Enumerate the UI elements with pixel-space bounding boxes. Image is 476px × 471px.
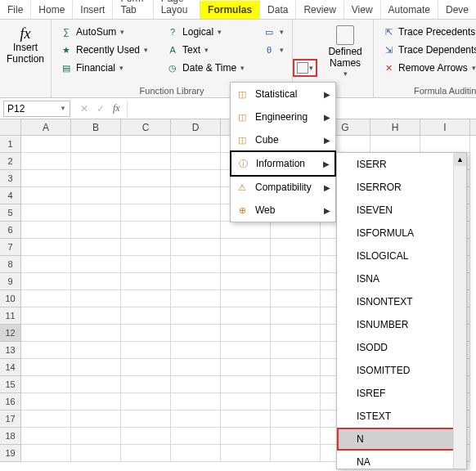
cell[interactable] <box>71 187 121 204</box>
cell[interactable] <box>271 410 321 428</box>
cell[interactable] <box>171 136 221 153</box>
recently-used-button[interactable]: ★Recently Used▾ <box>56 42 151 58</box>
trace-dependents-button[interactable]: ⇲Trace Dependents <box>379 42 476 58</box>
cell[interactable] <box>370 136 420 153</box>
cell[interactable] <box>221 325 271 342</box>
cell[interactable] <box>271 307 321 325</box>
function-item[interactable]: ISREF <box>337 382 466 405</box>
cell[interactable] <box>121 325 171 342</box>
cell[interactable] <box>271 325 321 342</box>
column-header[interactable]: I <box>420 119 470 135</box>
tab-data[interactable]: Data <box>260 1 296 19</box>
cell[interactable] <box>71 170 121 187</box>
scrollbar[interactable]: ▲ <box>453 153 466 469</box>
cell[interactable] <box>71 222 121 239</box>
cell[interactable] <box>271 376 321 393</box>
cell[interactable] <box>171 290 221 307</box>
row-header[interactable]: 8 <box>0 256 21 273</box>
cell[interactable] <box>171 307 221 325</box>
function-item[interactable]: ISLOGICAL <box>337 244 466 267</box>
cell[interactable] <box>171 170 221 187</box>
text-button[interactable]: AText▾ <box>163 42 248 58</box>
cell[interactable] <box>71 445 121 462</box>
cell[interactable] <box>71 428 121 445</box>
function-item[interactable]: ISNONTEXT <box>337 290 466 313</box>
cell[interactable] <box>171 239 221 256</box>
cell[interactable] <box>121 376 171 393</box>
function-item[interactable]: ISTEXT <box>337 405 466 428</box>
cell[interactable] <box>121 393 171 410</box>
cell[interactable] <box>121 222 171 239</box>
cell[interactable] <box>21 410 71 428</box>
menu-engineering[interactable]: ◫Engineering▶ <box>231 105 335 128</box>
function-item[interactable]: ISERROR <box>337 176 466 199</box>
cell[interactable] <box>221 256 271 273</box>
cell[interactable] <box>221 239 271 256</box>
function-item[interactable]: ISNA <box>337 267 466 290</box>
cell[interactable] <box>121 428 171 445</box>
cell[interactable] <box>121 136 171 153</box>
cell[interactable] <box>71 153 121 170</box>
row-header[interactable]: 14 <box>0 359 21 376</box>
cell[interactable] <box>221 359 271 376</box>
cell[interactable] <box>21 273 71 290</box>
name-box[interactable]: P12 ▼ <box>3 101 70 117</box>
cell[interactable] <box>71 342 121 359</box>
cell[interactable] <box>21 239 71 256</box>
column-header[interactable]: H <box>370 119 420 135</box>
cell[interactable] <box>21 170 71 187</box>
cell[interactable] <box>71 307 121 325</box>
cell[interactable] <box>121 153 171 170</box>
cell[interactable] <box>221 445 271 462</box>
cell[interactable] <box>221 410 271 428</box>
datetime-button[interactable]: ◷Date & Time▾ <box>163 60 248 76</box>
cell[interactable] <box>71 410 121 428</box>
cell[interactable] <box>121 239 171 256</box>
column-header[interactable]: D <box>171 119 221 135</box>
cell[interactable] <box>121 445 171 462</box>
cell[interactable] <box>171 342 221 359</box>
scroll-up-icon[interactable]: ▲ <box>454 153 466 166</box>
cell[interactable] <box>21 290 71 307</box>
cell[interactable] <box>71 393 121 410</box>
function-item[interactable]: ISEVEN <box>337 199 466 222</box>
cell[interactable] <box>21 256 71 273</box>
remove-arrows-button[interactable]: ✕Remove Arrows▾ <box>379 60 476 76</box>
tab-view[interactable]: View <box>344 1 381 19</box>
function-item[interactable]: NA <box>337 451 466 469</box>
fx-icon[interactable]: fx <box>113 102 120 114</box>
lookup-button[interactable]: ▭▾ <box>259 24 287 40</box>
cell[interactable] <box>271 222 321 239</box>
cell[interactable] <box>221 393 271 410</box>
cell[interactable] <box>21 136 71 153</box>
row-header[interactable]: 2 <box>0 153 21 170</box>
cell[interactable] <box>71 359 121 376</box>
cell[interactable] <box>71 204 121 222</box>
row-header[interactable]: 4 <box>0 187 21 204</box>
logical-button[interactable]: ?Logical▾ <box>163 24 248 40</box>
cell[interactable] <box>21 204 71 222</box>
more-functions-button[interactable]: ▾ <box>293 59 317 77</box>
column-header[interactable]: B <box>71 119 121 135</box>
cell[interactable] <box>171 222 221 239</box>
cell[interactable] <box>121 204 171 222</box>
row-header[interactable]: 10 <box>0 290 21 307</box>
function-item[interactable]: ISFORMULA <box>337 222 466 244</box>
tab-insert[interactable]: Insert <box>73 1 113 19</box>
tab-automate[interactable]: Automate <box>381 1 438 19</box>
function-item[interactable]: N <box>337 428 466 451</box>
menu-information[interactable]: ⓘInformation▶ <box>230 150 336 177</box>
cell[interactable] <box>271 342 321 359</box>
cancel-icon[interactable]: ✕ <box>80 103 88 114</box>
cell[interactable] <box>21 187 71 204</box>
cell[interactable] <box>21 445 71 462</box>
financial-button[interactable]: ▤Financial▾ <box>56 60 151 76</box>
cell[interactable] <box>420 136 470 153</box>
tab-home[interactable]: Home <box>31 1 73 19</box>
menu-statistical[interactable]: ◫Statistical▶ <box>231 83 335 105</box>
accept-icon[interactable]: ✓ <box>97 103 105 114</box>
cell[interactable] <box>271 256 321 273</box>
cell[interactable] <box>121 410 171 428</box>
row-header[interactable]: 3 <box>0 170 21 187</box>
cell[interactable] <box>221 342 271 359</box>
